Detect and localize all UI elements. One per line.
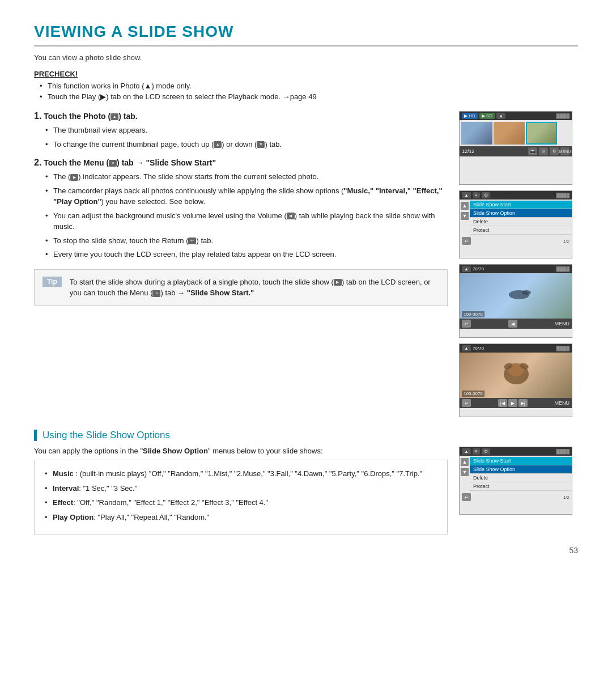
thumb-2 (494, 122, 525, 145)
cam1-icon-settings: ⚙ (550, 147, 559, 155)
tip-text: To start the slide show during a playbac… (70, 277, 439, 299)
cam3-menu-label[interactable]: MENU (555, 321, 570, 326)
cam5-protect[interactable]: Protect (470, 482, 572, 491)
menu-protect[interactable]: Protect (470, 226, 572, 235)
cam4-prev[interactable]: |◀ (498, 399, 507, 407)
cam3-battery: ▓▓▓▓ (556, 266, 570, 271)
cam1-topbar: ▶ HD ▶ SD ▲ ▓▓▓▓ (460, 112, 572, 120)
cam2-counter: 1/2 (563, 239, 570, 244)
cam3-counter: 70/70 (473, 266, 484, 271)
photo-mode-badge: ▲ (496, 113, 505, 119)
camera-screen-2: ▲ ≡ ⚙ ▓▓▓▓ ▲ ▼ Slide Show Start Slide Sh… (459, 190, 572, 258)
option-music: Music : (built-in music plays) "Off," "R… (45, 468, 437, 480)
cam4-sub-counter: 100-0070 (462, 391, 484, 397)
cam2-topbar: ▲ ≡ ⚙ ▓▓▓▓ (460, 191, 572, 200)
cam2-nav-up[interactable]: ▲ (461, 202, 469, 210)
precheck-item-2: Touch the Play (▶) tab on the LCD screen… (40, 92, 578, 101)
tip-box: Tip To start the slide show during a pla… (34, 269, 448, 306)
right-column: ▶ HD ▶ SD ▲ ▓▓▓▓ 12/12 📷 ⊞ ⚙ MENU (459, 111, 578, 417)
section-header: Using the Slide Show Options (34, 430, 578, 441)
cam5-counter: 1/2 (563, 495, 570, 500)
thumb-3-selected (526, 122, 557, 145)
menu-slide-show-start[interactable]: Slide Show Start (470, 201, 572, 209)
cam3-image: 100-0070 (460, 273, 572, 319)
bottom-content: You can apply the options in the "Slide … (34, 447, 578, 534)
bottom-left: You can apply the options in the "Slide … (34, 447, 448, 534)
cam2-settings-icon: ⚙ (482, 192, 490, 198)
cam4-image: 100-0070 (460, 353, 572, 398)
cam5-slide-show-start[interactable]: Slide Show Start (470, 457, 572, 465)
cam4-dog-svg (499, 358, 533, 387)
cam5-slide-show-option[interactable]: Slide Show Option (470, 465, 572, 474)
cam4-battery: ▓▓▓▓ (556, 346, 570, 351)
intro-text: You can view a photo slide show. (34, 53, 578, 62)
section-title: Using the Slide Show Options (42, 430, 170, 441)
cam4-play[interactable]: ▶ (508, 399, 517, 407)
cam4-controls: ↩ |◀ ▶ ▶| MENU (460, 398, 572, 408)
cam2-photo-badge: ▲ (462, 192, 471, 198)
camera-screen-4: ▲ 70/70 ▓▓▓▓ 100-0070 ↩ |◀ ▶ (459, 343, 572, 417)
step-2-bullet-5: Every time you touch the LCD screen, the… (45, 249, 448, 260)
cam1-menu: MENU (560, 147, 570, 155)
tip-label: Tip (42, 277, 62, 287)
step-2-bullet-1: The (▶) indicator appears. The slide sho… (45, 171, 448, 183)
menu-slide-show-option[interactable]: Slide Show Option (470, 209, 572, 218)
section-intro: You can apply the options in the "Slide … (34, 447, 448, 455)
step-1-title: 1. Touch the Photo (▲) tab. (34, 111, 448, 121)
step-2-bullet-2: The camcorder plays back all photos cont… (45, 185, 448, 207)
hd-badge: ▶ HD (462, 113, 478, 119)
precheck-label: PRECHECK! (34, 70, 578, 78)
thumb-1 (461, 122, 492, 145)
section-divider: Using the Slide Show Options You can app… (34, 430, 578, 534)
step-2: 2. Touch the Menu (≡) tab → "Slide Show … (34, 158, 448, 260)
step-2-title: 2. Touch the Menu (≡) tab → "Slide Show … (34, 158, 448, 168)
cam5-return-btn[interactable]: ↩ (462, 493, 471, 501)
cam5-delete[interactable]: Delete (470, 474, 572, 482)
camera-screen-1: ▶ HD ▶ SD ▲ ▓▓▓▓ 12/12 📷 ⊞ ⚙ MENU (459, 111, 572, 185)
cam1-icon-camera: 📷 (528, 147, 537, 155)
section-bar (34, 430, 37, 441)
cam1-bottom: 12/12 📷 ⊞ ⚙ MENU (460, 146, 572, 156)
cam4-photo-badge: ▲ (462, 345, 471, 351)
step-2-bullet-4: To stop the slide show, touch the Return… (45, 235, 448, 247)
svg-point-1 (522, 290, 531, 295)
step-1-bullet-2: To change the current thumbnail page, to… (45, 139, 448, 150)
cam2-battery: ▓▓▓▓ (556, 193, 570, 198)
cam1-counter: 12/12 (462, 149, 475, 154)
menu-delete[interactable]: Delete (470, 218, 572, 226)
step-2-bullets: The (▶) indicator appears. The slide sho… (34, 171, 448, 260)
cam4-counter: 70/70 (473, 346, 484, 351)
step-1: 1. Touch the Photo (▲) tab. The thumbnai… (34, 111, 448, 150)
cam5-nav-down[interactable]: ▼ (461, 468, 469, 476)
cam3-bird-svg (505, 285, 533, 302)
cam1-battery: ▓▓▓▓ (556, 113, 570, 118)
cam2-nav-down[interactable]: ▼ (461, 212, 469, 220)
main-content: 1. Touch the Photo (▲) tab. The thumbnai… (34, 111, 578, 417)
precheck-item-1: This function works in Photo (▲) mode on… (40, 82, 578, 90)
cam5-nav-up[interactable]: ▲ (461, 458, 469, 466)
option-play-option: Play Option: "Play All," "Repeat All," "… (45, 512, 437, 523)
cam3-volume[interactable]: ◀ (508, 320, 517, 328)
options-list: Music : (built-in music plays) "Off," "R… (34, 460, 448, 534)
cam5-photo-badge: ▲ (462, 448, 471, 455)
camera-screen-3: ▲ 70/70 ▓▓▓▓ 100-0070 ↩ ◀ MENU (459, 264, 572, 338)
cam5-battery: ▓▓▓▓ (556, 449, 570, 454)
cam4-topbar: ▲ 70/70 ▓▓▓▓ (460, 344, 572, 353)
bottom-right: ▲ ≡ ⚙ ▓▓▓▓ ▲ ▼ Slide Show Start Slide Sh… (459, 447, 578, 534)
sd-badge: ▶ SD (479, 113, 495, 119)
page-title: VIEWING A SLIDE SHOW (34, 23, 578, 46)
option-interval: Interval: "1 Sec," "3 Sec." (45, 483, 437, 494)
step-2-bullet-3: You can adjust the background music's vo… (45, 210, 448, 232)
photo-icon: ▲ (110, 113, 118, 120)
page-number: 53 (569, 546, 578, 555)
left-column: 1. Touch the Photo (▲) tab. The thumbnai… (34, 111, 448, 417)
cam3-controls: ↩ ◀ MENU (460, 319, 572, 329)
step-1-bullets: The thumbnail view appears. To change th… (34, 125, 448, 150)
cam4-menu-label[interactable]: MENU (555, 400, 570, 406)
cam4-return-btn[interactable]: ↩ (462, 399, 471, 407)
cam4-next[interactable]: ▶| (518, 399, 528, 407)
cam1-thumbnails (460, 120, 572, 146)
cam3-return-btn[interactable]: ↩ (462, 320, 471, 328)
cam2-menu-icon: ≡ (473, 192, 480, 198)
cam2-return-btn[interactable]: ↩ (462, 237, 471, 245)
